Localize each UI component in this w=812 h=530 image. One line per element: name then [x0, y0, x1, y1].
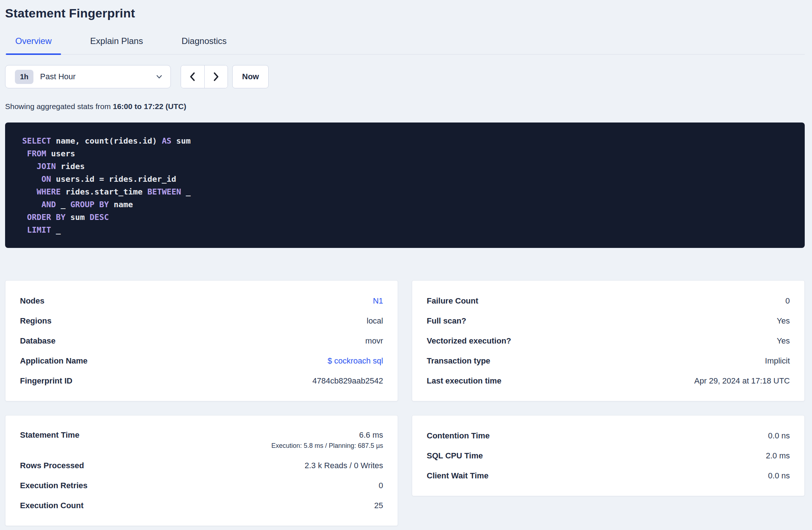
chevron-left-icon	[188, 72, 198, 82]
table-row: Fingerprint ID 4784cb829aab2542	[20, 371, 383, 391]
row-value: 25	[374, 501, 383, 510]
row-value: 4784cb829aab2542	[312, 376, 383, 386]
row-label: Fingerprint ID	[20, 376, 72, 386]
row-label: Regions	[20, 316, 52, 326]
table-row: Execution Retries 0	[20, 475, 383, 495]
row-subvalue: Execution: 5.8 ms / Planning: 687.5 µs	[271, 442, 383, 450]
tab-diagnostics[interactable]: Diagnostics	[172, 36, 236, 54]
table-row: Regions local	[20, 311, 383, 331]
row-label: Nodes	[20, 296, 44, 306]
row-value: Yes	[777, 316, 790, 326]
row-label: SQL CPU Time	[427, 451, 483, 461]
wait-time-card: Contention Time 0.0 ns SQL CPU Time 2.0 …	[412, 415, 805, 496]
tab-bar: Overview Explain Plans Diagnostics	[5, 36, 805, 55]
row-label: Database	[20, 336, 56, 346]
stats-note-range: 16:00 to 17:22 (UTC)	[113, 102, 186, 111]
tab-overview[interactable]: Overview	[6, 36, 61, 54]
time-nav-group	[181, 65, 228, 88]
sql-code: SELECT name, count(rides.id) AS sum FROM…	[22, 134, 788, 236]
value-stack: 6.6 ms Execution: 5.8 ms / Planning: 687…	[271, 430, 383, 450]
row-value: 0	[785, 296, 790, 306]
time-interval-dropdown[interactable]: 1h Past Hour	[5, 65, 171, 88]
row-value: 0.0 ns	[768, 471, 790, 481]
row-label: Execution Retries	[20, 481, 88, 490]
row-label: Transaction type	[427, 356, 490, 366]
interval-label: Past Hour	[40, 72, 155, 81]
table-row: Client Wait Time 0.0 ns	[427, 466, 790, 486]
previous-interval-button[interactable]	[181, 65, 204, 88]
chevron-right-icon	[211, 72, 221, 82]
tab-explain-plans[interactable]: Explain Plans	[81, 36, 152, 54]
aggregated-stats-note: Showing aggregated stats from 16:00 to 1…	[5, 101, 805, 112]
row-label: Rows Processed	[20, 461, 84, 470]
table-row: Execution Count 25	[20, 495, 383, 515]
next-interval-button[interactable]	[205, 65, 228, 88]
chevron-down-icon	[155, 73, 163, 81]
table-row: Last execution time Apr 29, 2024 at 17:1…	[427, 371, 790, 391]
row-label: Failure Count	[427, 296, 478, 306]
interval-badge: 1h	[15, 70, 33, 84]
row-value: 6.6 ms	[359, 430, 383, 440]
row-label: Application Name	[20, 356, 88, 366]
summary-cards-grid: Nodes N1 Regions local Database movr App…	[5, 280, 805, 526]
table-row: Nodes N1	[20, 291, 383, 311]
statement-fingerprint-page: Statement Fingerprint Overview Explain P…	[0, 5, 812, 526]
table-row: Contention Time 0.0 ns	[427, 426, 790, 446]
table-row: Statement Time 6.6 ms Execution: 5.8 ms …	[20, 426, 383, 455]
row-value: movr	[365, 336, 383, 346]
page-title: Statement Fingerprint	[5, 5, 805, 21]
row-label: Vectorized execution?	[427, 336, 511, 346]
row-label: Statement Time	[20, 430, 79, 440]
row-label: Client Wait Time	[427, 471, 489, 481]
row-value: 0	[379, 481, 383, 490]
table-row: Failure Count 0	[427, 291, 790, 311]
table-row: Database movr	[20, 331, 383, 351]
table-row: Application Name $ cockroach sql	[20, 351, 383, 371]
row-value: 2.0 ms	[766, 451, 790, 461]
row-label: Last execution time	[427, 376, 501, 386]
sql-fingerprint-box: SELECT name, count(rides.id) AS sum FROM…	[5, 123, 805, 248]
nodes-link[interactable]: N1	[373, 296, 383, 306]
table-row: Transaction type Implicit	[427, 351, 790, 371]
row-value: local	[367, 316, 383, 326]
time-toolbar: 1h Past Hour	[5, 65, 805, 88]
row-value: 0.0 ns	[768, 431, 790, 441]
row-value: Yes	[777, 336, 790, 346]
application-name-link[interactable]: $ cockroach sql	[327, 356, 383, 366]
stats-note-prefix: Showing aggregated stats from	[5, 102, 113, 111]
row-value: 2.3 k Reads / 0 Writes	[305, 461, 383, 470]
row-value: Implicit	[765, 356, 790, 366]
table-row: Vectorized execution? Yes	[427, 331, 790, 351]
row-label: Contention Time	[427, 431, 490, 441]
statement-details-card: Nodes N1 Regions local Database movr App…	[5, 280, 398, 401]
table-row: Full scan? Yes	[427, 311, 790, 331]
now-button[interactable]: Now	[232, 65, 269, 88]
execution-attributes-card: Failure Count 0 Full scan? Yes Vectorize…	[412, 280, 805, 401]
row-label: Execution Count	[20, 501, 84, 510]
row-value: Apr 29, 2024 at 17:18 UTC	[694, 376, 790, 386]
table-row: SQL CPU Time 2.0 ms	[427, 446, 790, 466]
table-row: Rows Processed 2.3 k Reads / 0 Writes	[20, 455, 383, 475]
statement-timing-card: Statement Time 6.6 ms Execution: 5.8 ms …	[5, 415, 398, 526]
row-label: Full scan?	[427, 316, 466, 326]
